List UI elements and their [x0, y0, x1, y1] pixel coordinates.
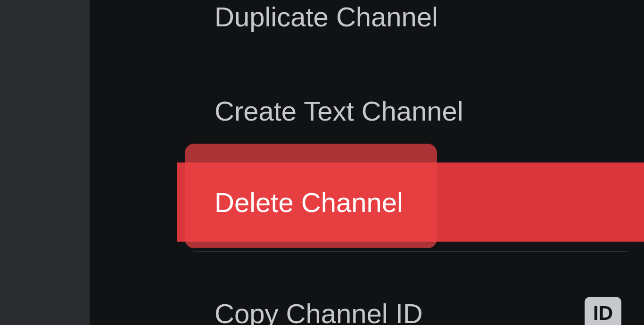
delete-channel-item[interactable]: Delete Channel	[177, 162, 644, 242]
sidebar-background	[0, 0, 90, 325]
create-text-channel-label: Create Text Channel	[215, 95, 463, 127]
panel-divider	[90, 0, 177, 325]
duplicate-channel-label: Duplicate Channel	[215, 1, 438, 32]
menu-separator	[193, 251, 627, 252]
copy-channel-id-label: Copy Channel ID	[215, 298, 423, 325]
channel-context-menu: Duplicate Channel Create Text Channel De…	[177, 0, 644, 325]
delete-channel-label: Delete Channel	[200, 187, 403, 218]
copy-channel-id-item[interactable]: Copy Channel ID ID	[177, 292, 644, 325]
id-icon: ID	[585, 297, 621, 325]
create-text-channel-item[interactable]: Create Text Channel	[177, 87, 644, 134]
duplicate-channel-item[interactable]: Duplicate Channel	[177, 0, 644, 40]
